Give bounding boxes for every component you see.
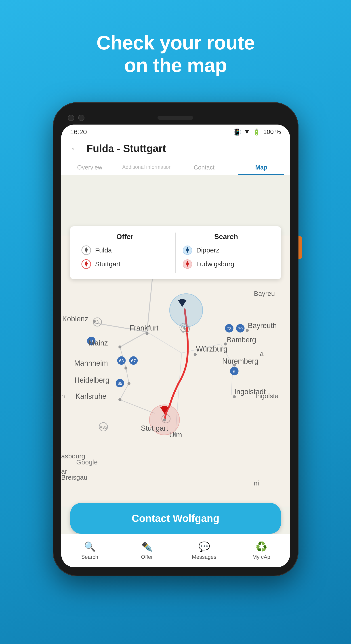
svg-text:Stut  gart: Stut gart [141,424,168,432]
mycap-nav-icon: ♻️ [256,541,267,552]
contact-button-label: Contact Wolfgang [132,512,219,524]
svg-text:Karlsruhe: Karlsruhe [75,392,106,400]
svg-point-70 [174,433,177,436]
tab-map[interactable]: Map [233,159,290,175]
svg-point-58 [118,398,121,401]
promo-title: Check your route on the map [96,31,255,76]
offer-from-place: Fulda [95,246,112,254]
contact-button[interactable]: Contact Wolfgang [70,503,281,534]
status-bar: 16:20 📳 ▼ 🔋 100 % [61,124,290,138]
map-area[interactable]: 3 61 63 67 65 43 73 70 6 1 A35 [61,175,290,567]
svg-point-54 [124,367,127,370]
camera-dot-2 [78,115,84,121]
svg-point-52 [193,353,196,356]
svg-marker-90 [84,261,88,264]
offer-nav-icon: ✒️ [141,541,153,552]
search-from-pin-icon [183,245,192,255]
svg-text:Koblenz: Koblenz [62,315,88,323]
route-overlay-card: Offer Fulda [70,226,281,279]
back-button[interactable]: ← [70,143,80,154]
bottom-nav: 🔍 Search ✒️ Offer 💬 Messages ♻️ My cAp [61,534,290,567]
offer-from-row: Fulda [81,245,169,255]
speaker-bar [158,116,193,120]
svg-text:6: 6 [233,369,236,374]
tab-contact[interactable]: Contact [176,159,233,175]
search-from-place: Dipperz [196,246,219,254]
promo-header: Check your route on the map [96,16,255,90]
phone-screen: 16:20 📳 ▼ 🔋 100 % ← Fulda - Stuttgart Ov… [61,124,290,567]
nav-offer[interactable]: ✒️ Offer [118,541,176,560]
vibrate-icon: 📳 [233,128,241,136]
svg-point-56 [127,382,130,385]
search-col: Search Dipperz [178,232,274,273]
svg-text:3: 3 [96,319,98,325]
nav-mycap[interactable]: ♻️ My cAp [233,541,290,560]
svg-text:Bayreuth: Bayreuth [248,322,277,330]
svg-text:4: 4 [184,327,186,332]
search-to-place: Ludwigsburg [196,260,234,268]
search-title: Search [183,232,270,241]
camera-area [68,115,84,121]
offer-to-place: Stuttgart [95,260,120,268]
svg-text:67: 67 [131,359,136,363]
camera-dot-1 [68,115,74,121]
svg-text:Würzburg: Würzburg [196,345,227,353]
svg-point-68 [233,395,236,398]
tab-bar: Overview Additional information Contact … [61,159,290,175]
svg-point-62 [224,342,227,346]
svg-text:Bayreu: Bayreu [254,290,275,297]
tab-overview[interactable]: Overview [61,159,118,175]
wifi-icon: ▼ [244,128,250,136]
phone-device: 16:20 📳 ▼ 🔋 100 % ← Fulda - Stuttgart Ov… [53,102,299,576]
svg-text:70: 70 [238,326,243,331]
battery-icon: 🔋 [253,128,261,136]
status-time: 16:20 [70,128,87,136]
svg-point-66 [246,329,249,332]
side-button [299,236,302,259]
svg-marker-91 [85,264,88,267]
mycap-nav-label: My cAp [252,554,270,560]
offer-to-row: Stuttgart [81,259,169,269]
svg-marker-88 [85,250,88,253]
search-nav-icon: 🔍 [84,541,96,552]
offer-to-pin-icon [81,259,91,269]
offer-from-pin-icon [81,245,91,255]
svg-point-64 [233,364,236,366]
nav-search[interactable]: 🔍 Search [61,541,118,560]
svg-point-46 [93,320,96,323]
svg-text:Ingolsta: Ingolsta [255,392,279,400]
route-title: Fulda - Stuttgart [87,142,166,154]
svg-text:65: 65 [117,381,122,386]
svg-point-50 [118,346,121,348]
svg-text:Nuremberg: Nuremberg [222,357,258,365]
tab-additional[interactable]: Additional information [118,159,176,175]
svg-text:ni: ni [254,480,259,487]
svg-text:Frankfurt: Frankfurt [129,324,158,332]
card-divider [175,232,176,273]
svg-text:n: n [61,392,65,400]
svg-point-37 [170,294,203,327]
status-icons: 📳 ▼ 🔋 100 % [233,128,281,136]
svg-text:a: a [260,350,264,358]
search-nav-label: Search [81,554,98,560]
svg-text:A35: A35 [99,425,107,430]
svg-text:73: 73 [227,326,232,331]
phone-top-bar [61,111,290,124]
svg-text:asbourg: asbourg [61,452,85,460]
app-header: ← Fulda - Stuttgart [61,138,290,159]
svg-text:Breisgau: Breisgau [61,474,87,481]
offer-col: Offer Fulda [77,232,173,273]
svg-text:Mainz: Mainz [88,339,108,347]
nav-messages[interactable]: 💬 Messages [176,541,233,560]
svg-text:Heidelberg: Heidelberg [74,376,109,384]
svg-text:Bamberg: Bamberg [227,336,256,344]
search-from-row: Dipperz [183,245,270,255]
messages-nav-label: Messages [192,554,216,560]
svg-point-60 [163,418,166,421]
svg-marker-87 [84,247,88,250]
svg-text:Mannheim: Mannheim [74,359,108,368]
svg-text:63: 63 [119,359,124,363]
offer-nav-label: Offer [141,554,153,560]
offer-title: Offer [81,232,169,241]
messages-nav-icon: 💬 [198,541,210,552]
